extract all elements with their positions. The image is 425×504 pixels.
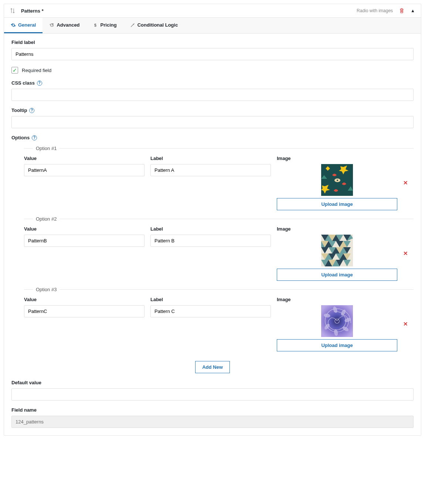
- required-label: Required field: [22, 68, 51, 73]
- tab-label: Advanced: [57, 22, 79, 28]
- delete-option-icon[interactable]: ✕: [403, 321, 414, 327]
- upload-image-button[interactable]: Upload image: [277, 339, 397, 351]
- value-label: Value: [24, 297, 144, 302]
- gear-icon: [11, 23, 16, 28]
- tab-label: Pricing: [101, 22, 117, 28]
- option-label-input[interactable]: [150, 164, 271, 176]
- panel-title: Patterns *: [21, 8, 357, 14]
- add-new-button[interactable]: Add New: [195, 361, 230, 373]
- tab-label: Conditional Logic: [137, 22, 178, 28]
- tab-pricing[interactable]: $ Pricing: [86, 18, 123, 33]
- field-panel: Patterns * Radio with images ▲ General A…: [4, 4, 421, 436]
- field-label-input[interactable]: [11, 48, 414, 60]
- wand-icon: [130, 23, 135, 28]
- field-name-group: Field name: [11, 407, 414, 428]
- css-class-label: CSS class: [11, 80, 35, 86]
- dollar-icon: $: [93, 23, 98, 28]
- svg-point-7: [337, 180, 338, 181]
- option-label-input[interactable]: [150, 235, 271, 247]
- tab-advanced[interactable]: Advanced: [42, 18, 86, 33]
- tabs: General Advanced $ Pricing Conditional L…: [4, 18, 421, 34]
- options-container: Option #1 Value Label Image: [11, 146, 414, 357]
- value-label: Value: [24, 156, 144, 161]
- delete-option-icon[interactable]: ✕: [403, 250, 414, 257]
- field-label-label: Field label: [11, 40, 414, 45]
- field-name-label: Field name: [11, 407, 414, 413]
- upload-image-button[interactable]: Upload image: [277, 269, 397, 281]
- option-value-input[interactable]: [24, 164, 144, 176]
- tooltip-label: Tooltip: [11, 108, 27, 113]
- option-thumbnail: [321, 164, 353, 196]
- trash-icon[interactable]: [399, 8, 405, 14]
- svg-text:$: $: [94, 23, 96, 27]
- help-icon[interactable]: ?: [37, 81, 42, 86]
- options-label: Options: [11, 135, 30, 140]
- option-thumbnail: [321, 305, 353, 337]
- option-1: Option #1 Value Label Image: [24, 146, 414, 216]
- required-row[interactable]: ✓ Required field: [11, 67, 414, 74]
- tooltip-input[interactable]: [11, 116, 414, 128]
- upload-image-button[interactable]: Upload image: [277, 198, 397, 210]
- option-label-input[interactable]: [150, 305, 271, 317]
- panel-header: Patterns * Radio with images ▲: [4, 4, 421, 18]
- image-label: Image: [277, 226, 397, 232]
- field-label-group: Field label: [11, 40, 414, 60]
- tab-label: General: [18, 22, 36, 28]
- css-class-input[interactable]: [11, 89, 414, 101]
- help-icon[interactable]: ?: [29, 108, 34, 113]
- drag-handle-icon[interactable]: [10, 8, 15, 14]
- option-value-input[interactable]: [24, 235, 144, 247]
- label-label: Label: [150, 156, 271, 161]
- image-label: Image: [277, 156, 397, 161]
- option-2: Option #2 Value Label Image: [24, 216, 414, 287]
- delete-option-icon[interactable]: ✕: [403, 180, 414, 186]
- default-value-label: Default value: [11, 380, 414, 385]
- svg-point-0: [52, 23, 54, 25]
- label-label: Label: [150, 226, 271, 232]
- tab-conditional[interactable]: Conditional Logic: [123, 18, 185, 33]
- option-3: Option #3 Value Label Image: [24, 287, 414, 357]
- option-value-input[interactable]: [24, 305, 144, 317]
- option-legend: Option #1: [33, 146, 59, 151]
- option-thumbnail: [321, 235, 353, 266]
- value-label: Value: [24, 226, 144, 232]
- required-checkbox[interactable]: ✓: [11, 67, 18, 74]
- default-value-input[interactable]: [11, 388, 414, 401]
- tooltip-group: Tooltip ?: [11, 108, 414, 128]
- image-label: Image: [277, 297, 397, 302]
- option-legend: Option #2: [33, 216, 59, 222]
- option-legend: Option #3: [33, 287, 59, 292]
- default-value-group: Default value: [11, 380, 414, 401]
- sliders-icon: [49, 23, 54, 28]
- css-class-group: CSS class ?: [11, 80, 414, 101]
- label-label: Label: [150, 297, 271, 302]
- panel-body: Field label ✓ Required field CSS class ?…: [4, 34, 421, 435]
- tab-general[interactable]: General: [4, 18, 42, 33]
- field-type-label: Radio with images: [357, 8, 393, 13]
- field-name-input: [11, 416, 414, 428]
- collapse-icon[interactable]: ▲: [411, 8, 415, 13]
- help-icon[interactable]: ?: [32, 135, 37, 140]
